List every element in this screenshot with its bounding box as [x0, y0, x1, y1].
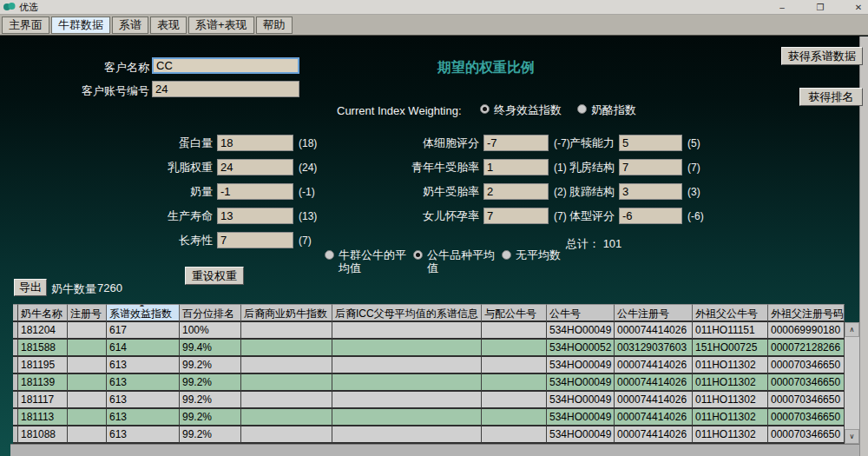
- weight-input-scs[interactable]: [483, 135, 549, 151]
- table-cell[interactable]: [482, 374, 547, 392]
- table-cell[interactable]: 100%: [180, 322, 241, 340]
- table-cell[interactable]: [241, 374, 332, 392]
- table-cell[interactable]: [482, 392, 547, 409]
- table-cell[interactable]: 534HO00049: [547, 322, 615, 340]
- tab-pedigree[interactable]: 系谱: [112, 17, 148, 34]
- table-row[interactable]: 18111361399.2%534HO00049000074414026011H…: [13, 409, 845, 426]
- table-cell[interactable]: [482, 409, 547, 426]
- scroll-down-icon[interactable]: ∨: [845, 429, 859, 444]
- table-cell[interactable]: 534HO00052: [547, 340, 615, 357]
- scroll-up-icon[interactable]: ∧: [845, 322, 859, 337]
- table-cell[interactable]: 99.2%: [180, 392, 241, 409]
- table-row[interactable]: 181204617100%534HO00049000074414026011HO…: [13, 322, 845, 340]
- table-row[interactable]: 18119561399.2%534HO00049000074414026011H…: [13, 357, 845, 374]
- restore-icon[interactable]: ❐: [814, 3, 826, 12]
- table-cell[interactable]: [241, 322, 332, 340]
- table-cell[interactable]: [332, 340, 482, 357]
- column-header[interactable]: 百分位排名: [180, 304, 241, 322]
- table-cell[interactable]: 534HO00049: [547, 426, 615, 444]
- table-cell[interactable]: 617: [107, 322, 180, 340]
- table-cell[interactable]: [68, 374, 107, 392]
- table-vertical-scrollbar[interactable]: ∧ ∨: [845, 322, 859, 444]
- table-cell[interactable]: [68, 426, 107, 444]
- table-cell[interactable]: 181117: [18, 392, 68, 409]
- table-cell[interactable]: 000072128266: [768, 340, 845, 357]
- reset-weights-button[interactable]: 重设权重: [185, 267, 244, 285]
- table-row[interactable]: 18108861399.2%534HO00049000074414026011H…: [13, 426, 845, 444]
- table-cell[interactable]: 534HO00049: [547, 392, 615, 409]
- radio-no-average[interactable]: 无平均数: [502, 248, 583, 274]
- table-cell[interactable]: 534HO00049: [547, 409, 615, 426]
- table-cell[interactable]: 151HO00725: [693, 340, 768, 357]
- tab-herd-data[interactable]: 牛群数据: [51, 17, 110, 34]
- table-cell[interactable]: 011HO11302: [693, 409, 768, 426]
- table-cell[interactable]: 003129037603: [615, 340, 693, 357]
- weight-input-type-score[interactable]: [619, 208, 682, 224]
- table-cell[interactable]: [332, 374, 482, 392]
- tab-performance[interactable]: 表现: [150, 17, 187, 34]
- table-cell[interactable]: 181588: [18, 340, 68, 357]
- table-cell[interactable]: [482, 322, 547, 340]
- table-cell[interactable]: 99.2%: [180, 374, 241, 392]
- table-cell[interactable]: 000074414026: [615, 409, 693, 426]
- radio-bull-breed-average[interactable]: 公牛品种平均值: [413, 248, 495, 274]
- table-cell[interactable]: 613: [107, 392, 180, 409]
- table-cell[interactable]: [68, 340, 107, 357]
- column-header[interactable]: 注册号: [68, 304, 107, 322]
- radio-cheese-index[interactable]: 奶酪指数: [577, 102, 636, 118]
- table-cell[interactable]: [332, 392, 482, 409]
- table-cell[interactable]: 99.2%: [180, 357, 241, 374]
- table-cell[interactable]: 000070346650: [768, 426, 845, 444]
- weight-input-cow-conception[interactable]: [483, 183, 549, 200]
- table-cell[interactable]: [482, 340, 547, 357]
- weight-input-heifer-conception[interactable]: [483, 159, 549, 175]
- export-button[interactable]: 导出: [14, 279, 47, 296]
- table-cell[interactable]: [241, 340, 332, 357]
- table-cell[interactable]: 000070346650: [768, 409, 845, 426]
- table-cell[interactable]: [241, 392, 332, 409]
- table-cell[interactable]: 011HO11302: [693, 374, 768, 392]
- weight-input-daughter-pregnancy[interactable]: [483, 208, 549, 224]
- minimize-icon[interactable]: –: [776, 3, 788, 12]
- table-cell[interactable]: 534HO00049: [547, 374, 615, 392]
- table-cell[interactable]: [482, 357, 547, 374]
- table-cell[interactable]: 613: [107, 409, 180, 426]
- weight-input-calving-ability[interactable]: [619, 135, 682, 151]
- column-header[interactable]: 系谱效益指数▲: [107, 304, 180, 322]
- table-cell[interactable]: 011HO11151: [693, 322, 768, 340]
- table-cell[interactable]: 011HO11302: [693, 426, 768, 444]
- radio-herd-bull-average[interactable]: 牛群公牛的平均值: [325, 248, 406, 274]
- weight-input-fat-weight[interactable]: [217, 159, 293, 175]
- column-header[interactable]: 公牛注册号: [615, 304, 693, 322]
- customer-name-input[interactable]: [152, 57, 299, 74]
- table-cell[interactable]: 99.2%: [180, 409, 241, 426]
- table-cell[interactable]: 000070346650: [768, 374, 845, 392]
- column-header[interactable]: 外祖父公牛号: [693, 304, 768, 322]
- table-cell[interactable]: 99.4%: [180, 340, 241, 357]
- column-header[interactable]: 与配公牛号: [482, 304, 547, 322]
- table-cell[interactable]: 000074414026: [615, 322, 693, 340]
- table-cell[interactable]: 99.2%: [180, 426, 241, 444]
- table-cell[interactable]: [241, 409, 332, 426]
- table-cell[interactable]: [332, 426, 482, 444]
- table-cell[interactable]: 613: [107, 426, 180, 444]
- table-cell[interactable]: 613: [107, 374, 180, 392]
- customer-account-input[interactable]: [152, 81, 299, 97]
- table-cell[interactable]: [332, 357, 482, 374]
- column-header[interactable]: 奶牛名称: [18, 304, 68, 322]
- table-cell[interactable]: 000074414026: [615, 374, 693, 392]
- table-cell[interactable]: 181139: [18, 374, 68, 392]
- table-cell[interactable]: 181204: [18, 322, 68, 340]
- table-cell[interactable]: [332, 322, 482, 340]
- table-cell[interactable]: [482, 426, 547, 444]
- table-cell[interactable]: 613: [107, 357, 180, 374]
- table-cell[interactable]: 011HO11302: [693, 357, 768, 374]
- table-cell[interactable]: 181088: [18, 426, 68, 444]
- get-pedigree-data-button[interactable]: 获得系谱数据: [781, 47, 863, 65]
- table-cell[interactable]: 181195: [18, 357, 68, 374]
- column-header[interactable]: 外祖父注册号码: [768, 304, 845, 322]
- tab-help[interactable]: 帮助: [256, 17, 293, 34]
- tab-main-screen[interactable]: 主界面: [2, 17, 49, 34]
- table-cell[interactable]: 614: [107, 340, 180, 357]
- table-cell[interactable]: 534HO00049: [547, 357, 615, 374]
